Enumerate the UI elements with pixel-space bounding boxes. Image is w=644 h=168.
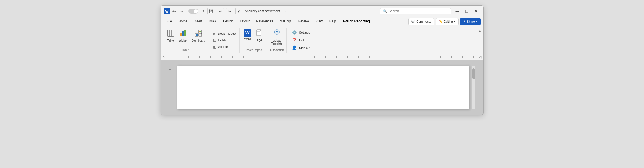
create-report-items: W Word [242,29,265,48]
document-title: Ancillary cost settlement... ∨ [245,9,377,13]
svg-rect-12 [196,34,198,36]
upload-template[interactable]: UploadTemplate [270,29,284,46]
create-pdf-label: PDF [257,39,262,42]
design-mode-icon: ⊞ [213,31,216,36]
search-input[interactable] [389,9,448,13]
title-bar: W AutoSave Off 💾 ↩ ↪ ∨ Ancillary cost se… [161,6,483,17]
share-button[interactable]: ↗ Share ▾ [460,18,480,25]
search-icon: 🔍 [383,9,387,13]
create-pdf[interactable]: PDF [254,29,265,43]
create-word[interactable]: W Word [242,29,253,41]
tab-review[interactable]: Review [295,17,312,26]
group-automation-label: Automation [270,48,284,52]
tab-avelon[interactable]: Avelon Reporting [339,17,373,26]
chevron-down-icon: ▾ [476,20,478,23]
pdf-icon [256,29,263,39]
svg-rect-6 [182,31,184,36]
tab-insert[interactable]: Insert [191,17,205,26]
svg-rect-7 [184,30,186,36]
tab-layout[interactable]: Layout [236,17,253,26]
document-area [161,60,483,115]
widget-icon [179,29,187,39]
tab-file[interactable]: File [164,17,175,26]
margin-mark-3 [169,69,171,70]
svg-rect-5 [180,33,182,36]
menu-help[interactable]: ❓ Help [288,36,326,44]
signout-icon: 👤 [292,45,297,50]
insert-widget-label: Widget [179,39,187,42]
menu-settings[interactable]: ⚙️ Settings [288,29,326,36]
search-bar[interactable]: 🔍 [380,8,451,14]
ribbon-tabs: File Home Insert Draw Design Layout Refe… [161,17,483,26]
fields-item[interactable]: ▤ Fields [211,37,237,43]
window-controls: — □ ✕ [453,8,480,14]
insert-widget[interactable]: Widget [177,29,189,43]
group-insert: Table Widget [163,28,209,53]
ruler-left-marker: ▷ [163,55,165,59]
minimize-button[interactable]: — [453,8,462,14]
redo-button[interactable]: ↪ [226,8,233,14]
pencil-icon: ✏️ [439,20,443,23]
group-automation: UploadTemplate Automation [267,28,287,53]
tab-mailings[interactable]: Mailings [276,17,295,26]
close-button[interactable]: ✕ [472,8,480,14]
svg-rect-14 [200,31,201,32]
editing-button[interactable]: ✏️ Editing ▾ [436,18,459,25]
table-icon [167,29,174,39]
dashboard-icon [194,29,202,39]
insert-table-label: Table [167,39,174,42]
svg-rect-0 [167,30,174,36]
ruler: ▷ ◁ [161,54,483,60]
ribbon-collapse-button[interactable]: ∧ [479,29,481,33]
autosave-state: Off [202,10,205,13]
chevron-down-icon: ▾ [454,20,456,23]
design-mode-item[interactable]: ⊞ Design Mode [211,31,237,37]
margin-mark-2 [169,68,171,68]
upload-template-label: UploadTemplate [271,39,282,45]
ribbon-right-actions: 💬 Comments ✏️ Editing ▾ ↗ Share ▾ [408,18,480,25]
insert-dashboard-label: Dashboard [192,39,205,42]
comments-button[interactable]: 💬 Comments [408,18,434,25]
upload-icon [273,29,281,39]
autosave-toggle[interactable] [188,9,198,14]
svg-rect-11 [199,33,202,36]
group-insert-label: Insert [182,48,189,52]
vertical-scrollbar[interactable] [472,66,475,109]
help-icon: ❓ [292,38,297,43]
popup-menu: ⚙️ Settings ❓ Help 👤 Sign out [288,28,326,53]
tab-references[interactable]: References [253,17,276,26]
word-app-icon: W [164,8,170,14]
ruler-line [167,56,478,58]
autosave-label: AutoSave [172,10,185,13]
group-create-report: W Word [240,28,267,53]
ribbon-content: Table Widget [161,26,483,54]
fields-icon: ▤ [213,38,217,42]
automation-items: UploadTemplate [270,29,284,48]
undo-button[interactable]: ↩ [217,8,224,14]
maximize-button[interactable]: □ [463,8,471,14]
insert-table[interactable]: Table [165,29,176,43]
tab-view[interactable]: View [312,17,326,26]
group-create-report-label: Create Report [245,48,262,52]
document-page[interactable] [177,66,469,109]
settings-icon: ⚙️ [292,30,297,35]
insert-dashboard[interactable]: Dashboard [190,29,207,43]
scrollbar-thumb[interactable] [472,68,475,79]
tab-draw[interactable]: Draw [205,17,220,26]
sources-item[interactable]: ▥ Sources [211,44,237,50]
share-icon: ↗ [463,20,466,23]
word-icon-btn: W [244,29,251,37]
menu-sign-out[interactable]: 👤 Sign out [288,44,326,52]
ribbon: File Home Insert Draw Design Layout Refe… [161,17,483,54]
tab-home[interactable]: Home [175,17,191,26]
comments-icon: 💬 [411,20,415,23]
svg-rect-8 [195,30,198,33]
group-dropdown: ⊞ Design Mode ▤ Fields ▥ Sources [209,28,240,53]
tab-design[interactable]: Design [220,17,236,26]
tab-help[interactable]: Help [326,17,339,26]
more-button[interactable]: ∨ [235,8,242,14]
left-margin [169,66,174,109]
svg-rect-13 [199,31,200,32]
ruler-right-marker: ◁ [479,55,481,59]
save-button[interactable]: 💾 [207,8,214,14]
